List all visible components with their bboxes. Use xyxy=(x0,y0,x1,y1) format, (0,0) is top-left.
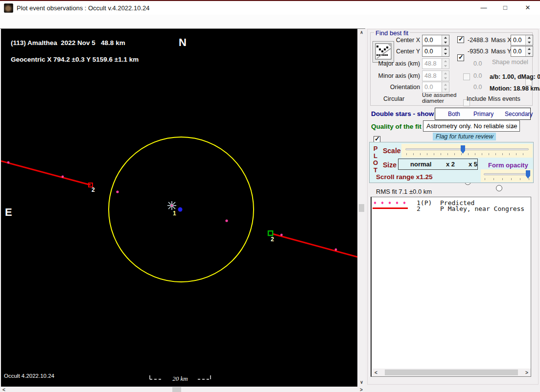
offset-y-checkbox[interactable] xyxy=(457,54,464,61)
chord-left-label: 2 xyxy=(92,186,95,193)
legend-hscrollbar[interactable]: < > xyxy=(372,369,531,376)
spin-up-icon[interactable] xyxy=(442,35,449,40)
double-stars-secondary-label[interactable]: Secondary xyxy=(505,111,533,117)
offset-x-checkbox[interactable] xyxy=(457,36,464,43)
scroll-left-icon[interactable]: < xyxy=(373,370,379,375)
rms-fit-label: RMS fit 7.1 ±0.0 km xyxy=(376,188,432,195)
center-x-value[interactable]: 0.0 xyxy=(423,35,442,45)
legend-entry-2-name[interactable]: P Maley, near Congress xyxy=(440,205,524,212)
fitted-center-dot xyxy=(178,208,183,212)
scroll-up-icon[interactable]: ∧ xyxy=(358,30,365,35)
size-label: Size xyxy=(383,161,397,169)
center-y-spin-buttons[interactable] xyxy=(442,46,449,56)
quality-dropdown[interactable]: Astrometry only. No reliable size ⌄ xyxy=(423,120,520,132)
orientation-spinner: 0.0 xyxy=(422,82,449,92)
mass-x-value[interactable]: 0.0 xyxy=(511,35,525,45)
size-x5-label[interactable]: x 5 xyxy=(469,161,477,168)
quality-of-fit-label: Quality of the fit xyxy=(371,123,422,130)
mass-x-spin-buttons[interactable] xyxy=(525,35,533,45)
double-stars-primary-label[interactable]: Primary xyxy=(473,111,493,117)
predicted-line-sample xyxy=(374,202,408,204)
major-axis-err: 0.0 xyxy=(473,60,482,67)
scale-label: Scale xyxy=(383,147,401,155)
close-button[interactable]: ✕ xyxy=(518,1,538,15)
scroll-down-icon[interactable]: ∨ xyxy=(358,380,365,385)
menu-bar: with Plot... Plot options... ? Help Keep… xyxy=(0,15,540,28)
mass-y-spinner[interactable]: 0.0 xyxy=(511,46,533,57)
scroll-right-icon[interactable]: > xyxy=(358,387,364,392)
plot-hscroll-thumb[interactable] xyxy=(172,387,181,392)
center-x-label: Center X xyxy=(388,37,420,44)
scroll-right-icon[interactable]: > xyxy=(524,370,530,375)
scale-slider-thumb[interactable] xyxy=(461,145,465,154)
north-label: N xyxy=(179,36,187,49)
spin-down-icon[interactable] xyxy=(526,51,533,56)
spin-up-icon[interactable] xyxy=(526,46,533,51)
mass-x-spinner[interactable]: 0.0 xyxy=(511,35,533,46)
form-opacity-label: Form opacity xyxy=(488,161,528,169)
app-icon xyxy=(4,3,13,13)
observer-line-sample xyxy=(373,208,408,209)
center-y-spinner[interactable]: 0.0 xyxy=(422,46,449,57)
double-stars-both-label[interactable]: Both xyxy=(448,111,460,117)
legend-hscroll-thumb[interactable] xyxy=(385,369,518,375)
chord-right-line xyxy=(273,234,357,257)
double-stars-secondary-radio[interactable] xyxy=(496,185,502,191)
center-x-spin-buttons[interactable] xyxy=(442,35,449,45)
spin-down-icon xyxy=(442,64,449,69)
quality-dropdown-value: Astrometry only. No reliable size xyxy=(426,122,517,130)
center-y-label: Center Y xyxy=(388,48,420,55)
spin-up-icon xyxy=(442,59,449,64)
title-bar: Plot event observations : Occult v.4.202… xyxy=(0,1,540,15)
scale-slider-ticks xyxy=(406,153,529,155)
minor-axis-label: Minor axis (km) xyxy=(370,72,420,79)
chevron-down-icon[interactable]: ⌄ xyxy=(511,122,516,129)
find-best-fit-title: Find best fit xyxy=(374,29,410,37)
center-x-spinner[interactable]: 0.0 xyxy=(422,35,449,46)
use-assumed-line1: Use assumed xyxy=(422,92,456,98)
minor-axis-spin-buttons xyxy=(442,71,449,81)
legend-entry-2-id[interactable]: 2 xyxy=(417,205,421,212)
spin-down-icon[interactable] xyxy=(442,51,449,56)
major-axis-spinner: 48.8 xyxy=(422,58,449,69)
plot-version-label: Occult 4.2022.10.24 xyxy=(4,373,54,379)
spin-up-icon[interactable] xyxy=(526,35,533,40)
plot-horizontal-scrollbar[interactable]: < > xyxy=(0,387,365,392)
plot-header-line2: Geocentric X 794.2 ±0.3 Y 5159.6 ±1.1 km xyxy=(11,56,139,63)
legend-list[interactable]: 1(P) Predicted 2 P Maley, near Congress … xyxy=(371,197,531,377)
spin-up-icon xyxy=(442,82,449,87)
major-axis-spin-buttons xyxy=(442,59,449,69)
plot-vscroll-thumb[interactable] xyxy=(359,204,364,212)
scroll-range-label: Scroll range x1.25 xyxy=(376,173,433,181)
spin-down-icon[interactable] xyxy=(442,40,449,45)
predicted-marker-label: 1 xyxy=(173,210,176,217)
form-opacity-slider[interactable] xyxy=(481,169,533,182)
mass-x-label: Mass X xyxy=(491,37,512,44)
plot-vertical-scrollbar[interactable]: ∧ ∨ xyxy=(358,29,365,387)
center-y-value[interactable]: 0.0 xyxy=(423,46,442,56)
major-axis-fit-checkbox xyxy=(463,73,470,80)
scale-slider[interactable] xyxy=(401,144,533,158)
major-axis-label: Major axis (km) xyxy=(370,60,420,67)
plot-letter-t: T xyxy=(374,166,377,174)
mass-y-spin-buttons[interactable] xyxy=(525,46,533,56)
size-x2-label[interactable]: x 2 xyxy=(446,161,455,168)
scale-slider-groove[interactable] xyxy=(405,148,529,150)
minor-axis-err: 0.0 xyxy=(473,72,482,79)
mass-y-value[interactable]: 0.0 xyxy=(511,46,525,56)
size-normal-label[interactable]: normal xyxy=(410,161,431,168)
ab-dmag-label: a/b: 1.00, dMag: 0.00 xyxy=(490,73,540,80)
maximize-button[interactable]: □ xyxy=(495,1,515,15)
form-opacity-groove[interactable] xyxy=(484,173,530,175)
occultation-plot[interactable]: 2 2 1 (113) Amalthea 2022 Nov 5 48.8 km … xyxy=(1,29,357,387)
scroll-left-icon[interactable]: < xyxy=(1,387,7,392)
orientation-value: 0.0 xyxy=(423,82,442,92)
window-title: Plot event observations : Occult v.4.202… xyxy=(17,4,149,12)
plot-letter-l: L xyxy=(374,152,377,160)
form-opacity-thumb[interactable] xyxy=(526,170,530,179)
spin-up-icon[interactable] xyxy=(442,46,449,51)
spin-down-icon[interactable] xyxy=(526,40,533,45)
minor-axis-value: 48.8 xyxy=(423,71,442,81)
minimize-button[interactable]: — xyxy=(474,1,493,15)
flag-review-label: Flag for future review xyxy=(433,133,496,140)
